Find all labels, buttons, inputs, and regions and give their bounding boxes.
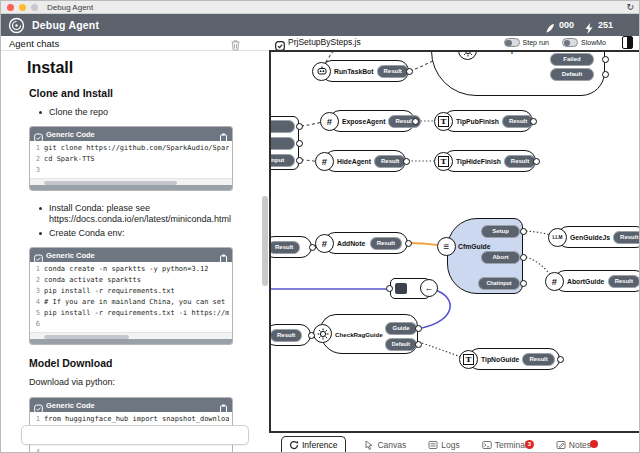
port-chip[interactable] [269,137,295,150]
bullet-create-env: Create Conda env: [49,228,245,239]
trash-icon[interactable] [230,37,241,49]
output-port[interactable] [557,356,564,363]
port-chip-result[interactable]: Result [522,353,554,366]
copy-icon[interactable] [219,250,228,260]
node-hide-agent[interactable]: # HideAgent Result [324,150,406,172]
node-tip-no-guide[interactable]: T TipNoGuide Result [468,348,560,370]
node-check-step-result[interactable]: CheckStepResult Failed Default [431,50,605,96]
code-checkbox-icon[interactable] [34,129,43,139]
code-block-header: Generic Code [30,398,232,412]
bolt-count: 251 [598,20,613,30]
flow-canvas[interactable]: RunTaskBot Result CheckStepResult Failed… [269,50,640,433]
port-chip-result[interactable]: Result [504,155,536,168]
output-port[interactable] [530,118,537,125]
port-chip-result[interactable]: Result [370,237,402,250]
node-input-stack[interactable]: Input [269,116,299,170]
copy-icon[interactable] [219,400,228,410]
doc-section-model-download: Model Download [29,357,257,369]
tab-notes[interactable]: Notes [552,438,602,453]
node-check-rag-guide[interactable]: CheckRagGuide Guide Default [320,314,418,354]
tab-terminal[interactable]: Terminal 3 [478,438,538,453]
code-checkbox-icon[interactable] [34,400,43,410]
output-port[interactable] [520,228,527,235]
reload-icon[interactable]: ↻ [626,1,634,14]
step-run-toggle[interactable] [504,38,520,47]
chat-document: Install Clone and Install Clone the repo… [1,51,257,453]
output-port[interactable] [296,140,303,147]
tab-inference[interactable]: Inference [281,436,346,453]
minimize-window-button[interactable] [19,4,26,11]
node-label: HideAgent [337,158,371,165]
node-label: ExposeAgent [342,118,385,125]
port-chip-result[interactable]: Result [377,65,409,78]
close-window-button[interactable] [7,4,14,11]
node-label: CfmGuide [458,243,490,250]
chat-input[interactable] [21,425,249,445]
tab-logs[interactable]: Logs [424,438,463,453]
node-tip-pub-finish[interactable]: T TipPubFinish Result [443,110,533,132]
node-tip-hide-finish[interactable]: T TipHideFinish Result [443,150,536,172]
bottom-tab-bar: Inference Canvas Logs Terminal 3 Notes [269,433,640,453]
output-port[interactable] [602,71,609,78]
output-port[interactable] [415,341,422,348]
code-hscrollbar[interactable] [30,178,232,185]
slowmo-toggle[interactable] [562,38,578,47]
output-port[interactable] [520,254,527,261]
zoom-window-button[interactable] [31,4,38,11]
text-icon: T [434,152,453,171]
notes-icon [556,440,566,450]
code-block-conda: Generic Code conda create -n sparktts -y… [29,247,233,345]
port-chip-result[interactable]: Result [270,329,302,342]
llm-icon: LLM [548,228,567,247]
node-abort-guide[interactable]: # AbortGuide Result [554,270,640,292]
node-result-bottom[interactable]: Result [269,324,311,346]
port-chip-result[interactable]: Result [374,155,406,168]
output-port[interactable] [405,240,412,247]
file-checkbox-icon[interactable] [275,37,285,47]
gear-icon [313,324,332,343]
output-port[interactable] [412,118,419,125]
port-chip-result[interactable]: Result [613,231,640,244]
port-chip-chatinput[interactable]: Chatinput [478,277,520,290]
left-panel-scrollbar[interactable] [262,196,268,286]
window-titlebar: Debug Agent ↻ [1,1,640,14]
port-chip-result[interactable]: Result [608,275,640,288]
output-port[interactable] [602,56,609,63]
node-loop[interactable]: ← [390,278,430,299]
node-cfm-guide[interactable]: ≡ CfmGuide Setup Abort Chatinput [447,218,523,294]
port-chip[interactable] [269,120,295,133]
app-toolbar: Debug Agent 000 251 [1,14,640,36]
code-block-title: Generic Code [46,251,216,260]
file-tab[interactable]: PrjSetupBySteps.js [275,37,361,47]
node-expose-agent[interactable]: # ExposeAgent Result [329,110,415,132]
port-chip-default[interactable]: Default [550,68,594,81]
node-result-mid[interactable]: Result [269,236,312,258]
port-chip-result[interactable]: Result [269,241,300,254]
input-port[interactable] [386,285,393,292]
robot-icon [312,62,331,81]
output-port[interactable] [403,158,410,165]
port-chip-guide[interactable]: Guide [385,322,417,335]
canvas-icon [364,440,374,450]
tab-canvas[interactable]: Canvas [360,438,410,453]
port-chip-default[interactable]: Default [385,338,417,351]
node-gen-guide-js[interactable]: LLM GenGuideJs Result [557,226,640,248]
port-chip-input[interactable]: Input [269,154,295,167]
output-port[interactable] [406,68,413,75]
node-add-note[interactable]: # AddNote Result [324,232,408,254]
output-port[interactable] [296,123,303,130]
port-chip-setup[interactable]: Setup [481,225,520,238]
copy-icon[interactable] [219,129,228,139]
node-label: CheckStepResult [480,50,536,53]
output-port[interactable] [415,325,422,332]
code-checkbox-icon[interactable] [34,250,43,260]
gear-icon [458,50,477,60]
output-port[interactable] [296,157,303,164]
port-chip-failed[interactable]: Failed [550,53,594,66]
output-port[interactable] [533,158,540,165]
output-port[interactable] [308,332,315,339]
output-port[interactable] [520,280,527,287]
code-hscrollbar[interactable] [30,332,232,339]
port-chip-abort[interactable]: Abort [481,251,520,264]
node-run-task-bot[interactable]: RunTaskBot Result [321,60,409,82]
